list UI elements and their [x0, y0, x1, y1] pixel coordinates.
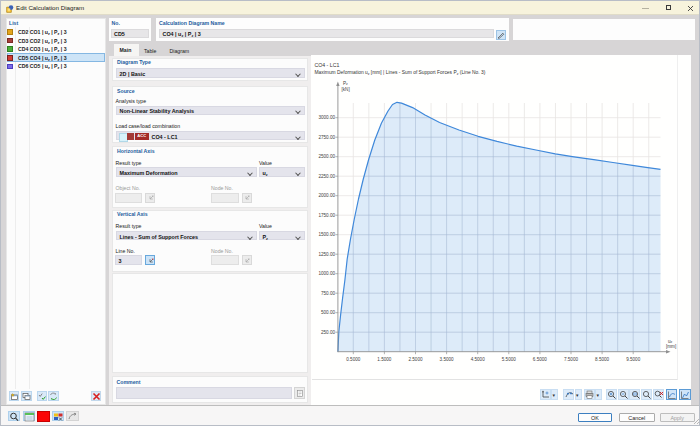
svg-text:2250.00: 2250.00 [318, 174, 335, 179]
svg-text:9.5000: 9.5000 [626, 357, 640, 362]
svg-text:8.5000: 8.5000 [595, 357, 609, 362]
svg-text:2.5000: 2.5000 [408, 357, 422, 362]
svg-text:[mm]: [mm] [666, 344, 676, 349]
svg-text:1000.00: 1000.00 [318, 271, 335, 276]
svg-text:0.5000: 0.5000 [346, 357, 360, 362]
svg-text:750.00: 750.00 [321, 291, 335, 296]
svg-text:2000.00: 2000.00 [318, 193, 335, 198]
svg-text:1.5000: 1.5000 [377, 357, 391, 362]
svg-text:3000.00: 3000.00 [318, 115, 335, 120]
svg-text:1250.00: 1250.00 [318, 252, 335, 257]
svg-text:6.5000: 6.5000 [533, 357, 547, 362]
svg-text:[kN]: [kN] [342, 87, 350, 92]
svg-text:250.00: 250.00 [321, 330, 335, 335]
svg-text:1750.00: 1750.00 [318, 213, 335, 218]
svg-text:3.5000: 3.5000 [440, 357, 454, 362]
svg-text:4.5000: 4.5000 [471, 357, 485, 362]
svg-text:Pz: Pz [343, 81, 348, 87]
svg-text:5.5000: 5.5000 [502, 357, 516, 362]
svg-text:7.5000: 7.5000 [564, 357, 578, 362]
svg-text:500.00: 500.00 [321, 310, 335, 315]
svg-text:2500.00: 2500.00 [318, 154, 335, 159]
svg-text:2750.00: 2750.00 [318, 135, 335, 140]
svg-text:1500.00: 1500.00 [318, 232, 335, 237]
